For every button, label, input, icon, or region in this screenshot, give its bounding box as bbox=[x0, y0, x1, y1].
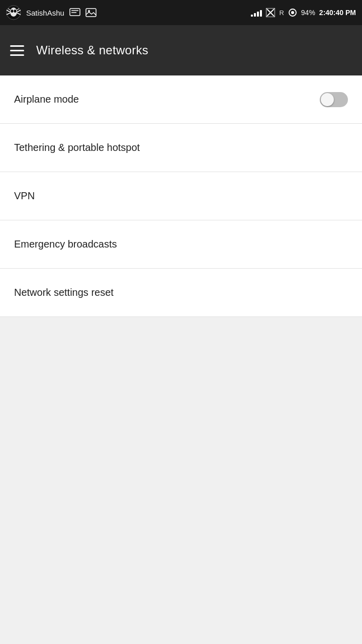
airplane-mode-toggle[interactable] bbox=[320, 92, 348, 107]
spider-icon bbox=[6, 5, 21, 20]
empty-content-area bbox=[0, 317, 362, 644]
svg-point-1 bbox=[10, 8, 17, 17]
emergency-broadcasts-label: Emergency broadcasts bbox=[14, 238, 117, 250]
image-icon bbox=[85, 8, 97, 17]
sms-icon bbox=[69, 8, 80, 17]
tethering-label: Tethering & portable hotspot bbox=[14, 142, 140, 153]
svg-point-9 bbox=[14, 10, 17, 13]
airplane-mode-item[interactable]: Airplane mode bbox=[0, 75, 362, 124]
airplane-mode-label: Airplane mode bbox=[14, 94, 79, 105]
no-signal-icon bbox=[266, 8, 275, 17]
ring-icon bbox=[288, 8, 297, 17]
battery-percentage: 94% bbox=[301, 9, 315, 17]
hamburger-line-3 bbox=[10, 54, 24, 56]
vpn-label: VPN bbox=[14, 190, 35, 202]
svg-rect-10 bbox=[70, 9, 80, 16]
emergency-broadcasts-item[interactable]: Emergency broadcasts bbox=[0, 220, 362, 269]
network-settings-reset-item[interactable]: Network settings reset bbox=[0, 269, 362, 317]
status-time: 2:40:40 PM bbox=[319, 9, 356, 17]
tethering-item[interactable]: Tethering & portable hotspot bbox=[0, 124, 362, 172]
page-title: Wireless & networks bbox=[36, 43, 148, 57]
airplane-mode-toggle-knob bbox=[321, 93, 334, 106]
hamburger-menu-button[interactable] bbox=[10, 45, 24, 56]
status-bar-left: SatishAshu bbox=[6, 5, 97, 20]
svg-rect-13 bbox=[86, 9, 96, 17]
status-username: SatishAshu bbox=[26, 9, 64, 17]
vpn-item[interactable]: VPN bbox=[0, 172, 362, 220]
network-settings-reset-label: Network settings reset bbox=[14, 287, 114, 298]
app-bar: Wireless & networks bbox=[0, 25, 362, 75]
roaming-icon: R bbox=[279, 9, 284, 17]
status-bar-right: R 94% 2:40:40 PM bbox=[251, 8, 356, 17]
hamburger-line-1 bbox=[10, 45, 24, 47]
hamburger-line-2 bbox=[10, 50, 24, 51]
settings-list: Airplane mode Tethering & portable hotsp… bbox=[0, 75, 362, 317]
svg-point-19 bbox=[291, 11, 294, 14]
status-bar: SatishAshu R 94% bbox=[0, 0, 362, 25]
svg-point-8 bbox=[11, 10, 14, 13]
signal-icon bbox=[251, 9, 262, 17]
